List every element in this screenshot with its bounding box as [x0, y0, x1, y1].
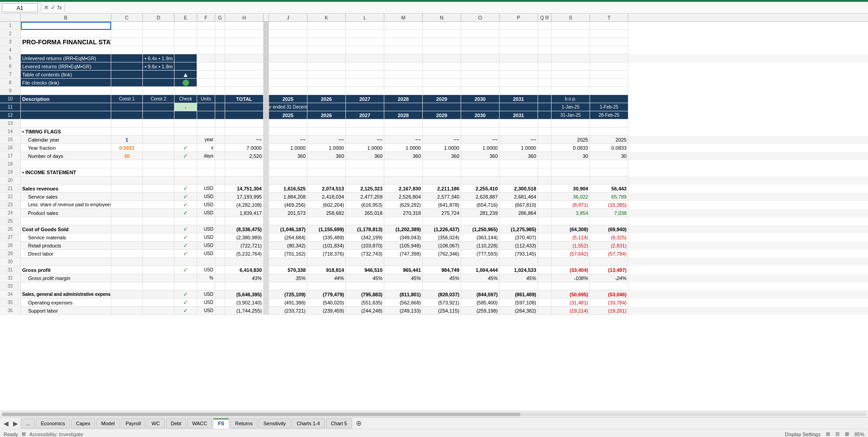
cell-s1[interactable] [552, 22, 590, 30]
formula-confirm-icon[interactable]: ✓ [51, 4, 56, 11]
tab-model[interactable]: Model [96, 418, 120, 428]
cell-o1[interactable] [461, 22, 500, 30]
col-qr-header [538, 95, 552, 103]
col-eop-header [590, 95, 628, 103]
tab-economics[interactable]: Economics [36, 418, 70, 428]
col-header-l[interactable]: L [346, 14, 384, 21]
cell-p1[interactable] [500, 22, 538, 30]
tab-wacc[interactable]: WACC [187, 418, 212, 428]
cell-t1[interactable] [590, 22, 628, 30]
col-header-n[interactable]: N [423, 14, 461, 21]
tab-payroll[interactable]: Payroll [121, 418, 146, 428]
formula-cancel-icon[interactable]: ✕ [44, 4, 49, 11]
retail-products-label: Retail products [21, 242, 111, 250]
gross-profit-total: 6,414,830 [225, 266, 264, 274]
col-header-g[interactable]: G [215, 14, 225, 21]
tab-charts14[interactable]: Charts 1-4 [292, 418, 325, 428]
tab-nav-left[interactable]: ◀ [2, 420, 10, 427]
cell-b2[interactable] [21, 30, 111, 38]
col-header-e[interactable]: E [175, 14, 197, 21]
sales-revenues-total: 14,751,304 [225, 185, 264, 193]
col-total-header: TOTAL [225, 95, 264, 103]
tab-wc[interactable]: WC [146, 418, 165, 428]
col-2030-header: 2030 [461, 95, 500, 103]
date2-header: 1-Feb-25 [590, 103, 628, 111]
col-header-m[interactable]: M [384, 14, 423, 21]
row-num-27: 27 [0, 233, 21, 242]
col-header-p[interactable]: P [500, 14, 538, 21]
grid-wrapper[interactable]: 1 2 [0, 22, 868, 411]
row-num-11: 11 [0, 103, 21, 111]
view-layout-icon[interactable]: ⊟ [835, 431, 840, 437]
hscroll-bar[interactable] [0, 411, 868, 417]
tab-capex[interactable]: Capex [71, 418, 95, 428]
cogs-label: Cost of Goods Sold [21, 225, 111, 233]
cell-a1[interactable] [21, 22, 111, 30]
row-10: 10 Description Const 1 Const 2 Check Uni… [0, 95, 868, 103]
row-20: 20 [0, 176, 868, 185]
cell-c1[interactable] [111, 22, 143, 30]
cell-k1[interactable] [307, 22, 346, 30]
formula-input[interactable] [68, 5, 866, 11]
sheet-tabs-bar: ◀ ▶ ... Economics Capex Model Payroll WC… [0, 417, 868, 429]
levered-label: Levered returns (IRR•EqM•GR) [21, 62, 111, 71]
cell-d1[interactable] [143, 22, 175, 30]
tab-nav-right[interactable]: ▶ [11, 420, 20, 427]
formula-fx-icon[interactable]: fx [57, 4, 62, 11]
col-header-s[interactable]: S [552, 14, 590, 21]
toc-label: Table of contents (link) [21, 71, 111, 79]
green-dot-icon[interactable] [175, 79, 197, 87]
tab-add-button[interactable]: ⊕ [353, 419, 364, 428]
row-num-9: 9 [0, 87, 21, 95]
col-header-t[interactable]: T [590, 14, 628, 21]
row-num-34: 34 [0, 290, 21, 299]
unlevered-label: Unlevered returns (IRR•EqM•GR) [21, 54, 111, 62]
row-1: 1 [0, 22, 868, 30]
cell-j1[interactable] [269, 22, 307, 30]
cell-n1[interactable] [423, 22, 461, 30]
col-header-c[interactable]: C [111, 14, 143, 21]
accessibility-label[interactable]: Accessibility: Investigate [29, 432, 83, 437]
cell-qr1[interactable] [538, 22, 552, 30]
cell-e1[interactable] [175, 22, 197, 30]
col-header-o[interactable]: O [461, 14, 500, 21]
tab-debt[interactable]: Debt [166, 418, 186, 428]
page-title: PRO-FORMA FINANCIAL STATEMENTS [21, 38, 111, 46]
row-num-8: 8 [0, 79, 21, 87]
display-settings[interactable]: Display Settings [785, 432, 821, 437]
tab-sensitivity[interactable]: Sensitivity [259, 418, 291, 428]
row-19: 19 • INCOME STATEMENT [0, 168, 868, 176]
col-header-j[interactable]: J [269, 14, 307, 21]
arrow-up-icon[interactable]: ▲ [175, 71, 197, 79]
cell-g1[interactable] [215, 22, 225, 30]
tab-chart5[interactable]: Chart 5 [326, 418, 352, 428]
col-header-d[interactable]: D [143, 14, 175, 21]
col-header-f[interactable]: F [197, 14, 215, 21]
tab-ellipsis[interactable]: ... [21, 418, 35, 428]
direct-labor-label: Direct labor [21, 250, 111, 258]
hscroll-thumb[interactable] [2, 413, 520, 416]
row-5: 5 Unlevered returns (IRR•EqM•GR) 70.2% •… [0, 54, 868, 62]
view-normal-icon[interactable]: ⊞ [826, 431, 830, 437]
tab-fs[interactable]: FS [213, 418, 229, 428]
cell-h1[interactable] [225, 22, 264, 30]
row-num-21: 21 [0, 185, 21, 193]
date-eop2: 28-Feb-25 [590, 111, 628, 119]
cell-f1[interactable] [197, 22, 215, 30]
col-header-k[interactable]: K [307, 14, 346, 21]
row-num-29: 29 [0, 250, 21, 258]
col-header-i [264, 14, 269, 21]
service-sales-check: ✓ [175, 193, 197, 201]
col-header-qr[interactable]: Q R [538, 14, 552, 21]
view-page-icon[interactable]: ⊠ [845, 431, 849, 437]
col-header-b[interactable]: B [21, 14, 111, 21]
tab-returns[interactable]: Returns [230, 418, 258, 428]
year-2027: 2027 [346, 111, 384, 119]
row-16: 16 Year fraction 0.0833 ✓ x 7.0000 1.000… [0, 144, 868, 152]
cell-reference-box[interactable]: A1 [2, 3, 38, 12]
cell-l1[interactable] [346, 22, 384, 30]
col-header-h[interactable]: H [225, 14, 264, 21]
cell-m1[interactable] [384, 22, 423, 30]
col-2027-header: 2027 [346, 95, 384, 103]
col-desc-header: Description [21, 95, 111, 103]
